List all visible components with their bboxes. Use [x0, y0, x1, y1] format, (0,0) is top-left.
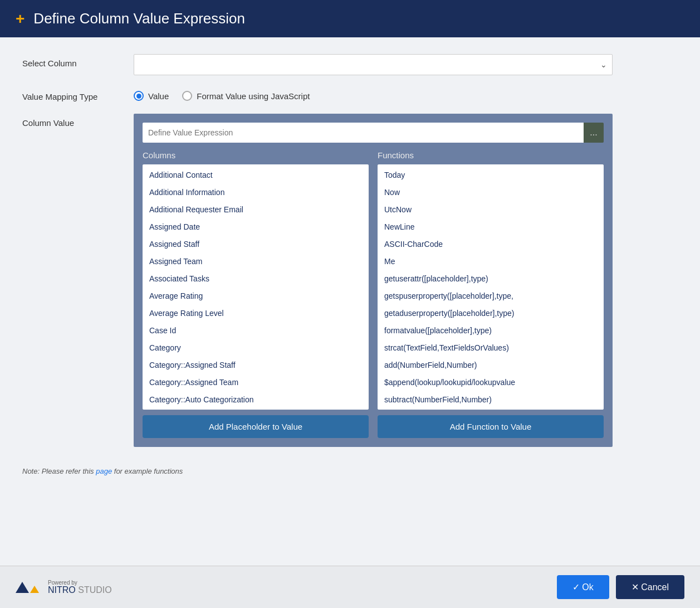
list-item[interactable]: Assigned Date — [143, 218, 369, 236]
columns-list[interactable]: Additional ContactAdditional Information… — [143, 164, 369, 410]
list-item[interactable]: Additional Contact — [143, 167, 369, 184]
lists-container: Columns Additional ContactAdditional Inf… — [143, 150, 604, 438]
list-item[interactable]: Category::Assigned Team — [143, 374, 369, 391]
list-item[interactable]: getspuserproperty([placeholder],type, — [378, 288, 604, 305]
functions-panel: Functions TodayNowUtcNowNewLineASCII-Cha… — [378, 150, 604, 438]
list-item[interactable]: add(NumberField,Number) — [378, 357, 604, 374]
note-link[interactable]: page — [96, 467, 112, 475]
list-item[interactable]: Additional Requester Email — [143, 201, 369, 218]
list-item[interactable]: Average Rating — [143, 288, 369, 305]
list-item[interactable]: Me — [378, 253, 604, 270]
radio-value-label: Value — [148, 91, 169, 101]
plus-icon: + — [16, 11, 25, 27]
list-item[interactable]: strcat(TextField,TextFieldsOrValues) — [378, 339, 604, 357]
brand-name-label: NITRO STUDIO — [48, 586, 112, 595]
add-placeholder-row: Add Placeholder to Value — [143, 415, 369, 438]
value-expression-input[interactable] — [143, 123, 584, 143]
columns-panel-header: Columns — [143, 150, 369, 160]
list-item[interactable]: Associated Tasks — [143, 270, 369, 288]
list-item[interactable]: add(DateTimeField,TimeSpan) — [378, 408, 604, 410]
column-value-panel: ... Columns Additional ContactAdditional… — [134, 114, 613, 447]
list-item[interactable]: getaduserproperty([placeholder],type) — [378, 305, 604, 322]
select-column-wrapper: ⌄ — [134, 54, 613, 75]
dialog-title: Define Column Value Expression — [33, 10, 245, 27]
value-mapping-row: Value Mapping Type Value Format Value us… — [22, 87, 678, 101]
radio-group: Value Format Value using JavaScript — [134, 87, 678, 101]
add-placeholder-button[interactable]: Add Placeholder to Value — [143, 415, 369, 438]
list-item[interactable]: ASCII-CharCode — [378, 236, 604, 253]
add-function-button[interactable]: Add Function to Value — [378, 415, 604, 438]
note-text-after: for example functions — [112, 467, 183, 475]
brand-studio: STUDIO — [78, 585, 111, 595]
select-column-control: ⌄ — [134, 54, 678, 75]
list-item[interactable]: NewLine — [378, 218, 604, 236]
note-text-before: Note: Please refer this — [22, 467, 96, 475]
list-item[interactable]: UtcNow — [378, 201, 604, 218]
radio-format-label: Format Value using JavaScript — [197, 91, 310, 101]
ok-button[interactable]: ✓ Ok — [557, 575, 609, 599]
list-item[interactable]: Assigned Team — [143, 253, 369, 270]
brand-nitro: NITRO — [48, 585, 76, 595]
value-mapping-label: Value Mapping Type — [22, 87, 134, 101]
value-expression-row: ... — [143, 123, 604, 143]
list-item[interactable]: Average Rating Level — [143, 305, 369, 322]
list-item[interactable]: Category::Assigned Staff — [143, 357, 369, 374]
list-item[interactable]: Category::Auto Categorization — [143, 391, 369, 408]
dialog-body: Select Column ⌄ Value Mapping Type Value… — [0, 37, 700, 566]
list-item[interactable]: Category — [143, 339, 369, 357]
list-item[interactable]: $append(lookup/lookupid/lookupvalue — [378, 374, 604, 391]
list-item[interactable]: Today — [378, 167, 604, 184]
value-expression-menu-button[interactable]: ... — [584, 123, 604, 143]
radio-format-option[interactable]: Format Value using JavaScript — [182, 91, 310, 101]
brand-logo — [16, 582, 42, 593]
select-column-row: Select Column ⌄ — [22, 54, 678, 75]
list-item[interactable]: Assigned Staff — [143, 236, 369, 253]
list-item[interactable]: Now — [378, 184, 604, 201]
column-value-label: Column Value — [22, 114, 134, 128]
cancel-button[interactable]: ✕ Cancel — [616, 575, 684, 599]
column-value-control: ... Columns Additional ContactAdditional… — [134, 114, 678, 447]
dialog-footer: Powered by NITRO STUDIO ✓ Ok ✕ Cancel — [0, 566, 700, 608]
footer-actions: ✓ Ok ✕ Cancel — [557, 575, 684, 599]
brand-area: Powered by NITRO STUDIO — [16, 580, 112, 595]
list-item[interactable]: subtract(NumberField,Number) — [378, 391, 604, 408]
column-value-row: Column Value ... Columns Additional Cont… — [22, 114, 678, 447]
columns-panel: Columns Additional ContactAdditional Inf… — [143, 150, 369, 438]
list-item[interactable]: Category::Category Owner — [143, 408, 369, 410]
list-item[interactable]: formatvalue([placeholder],type) — [378, 322, 604, 339]
add-function-row: Add Function to Value — [378, 415, 604, 438]
radio-value-circle — [134, 91, 144, 101]
list-item[interactable]: Case Id — [143, 322, 369, 339]
functions-panel-header: Functions — [378, 150, 604, 160]
select-column-label: Select Column — [22, 54, 134, 68]
dialog-header: + Define Column Value Expression — [0, 0, 700, 37]
select-column-dropdown[interactable] — [134, 54, 613, 75]
brand-text: Powered by NITRO STUDIO — [48, 580, 112, 595]
value-mapping-control: Value Format Value using JavaScript — [134, 87, 678, 101]
note-row: Note: Please refer this page for example… — [22, 467, 678, 475]
functions-list[interactable]: TodayNowUtcNowNewLineASCII-CharCodeMeget… — [378, 164, 604, 410]
list-item[interactable]: getuserattr([placeholder],type) — [378, 270, 604, 288]
radio-format-circle — [182, 91, 192, 101]
list-item[interactable]: Additional Information — [143, 184, 369, 201]
radio-value-option[interactable]: Value — [134, 91, 169, 101]
